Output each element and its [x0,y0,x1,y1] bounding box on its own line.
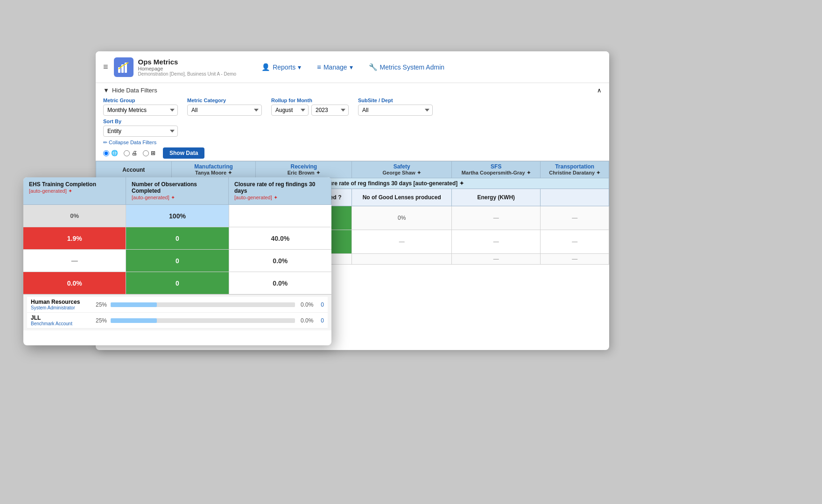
cell-good-lenses: — [452,206,541,230]
popup-cell-cl-3: 0.0% [229,272,331,294]
popup-cell-ehs-2: — [23,250,126,272]
manufacturing-link[interactable]: Manufacturing [194,163,233,170]
subsite-filter: SubSite / Dept All [358,98,433,116]
popup-col-1: 0% 1.9% — 0.0% [23,205,126,294]
th-energy: Energy (KWH) [452,189,541,206]
app-subtitle: Homepage [138,66,237,71]
cell-dash2 [352,254,452,265]
filter-bar: ▼ Hide Data Filters ∧ Metric Group Month… [96,83,609,161]
cell-safety-meeting: — [352,230,452,254]
transportation-link[interactable]: Transportation [555,163,594,170]
receiving-person: Eric Brown ✦ [260,170,348,176]
app-title-block: Ops Metrics Homepage Demonstration [Demo… [138,58,237,77]
header-nav: 👤 Reports ▾ ≡ Manage ▾ 🔧 Metrics System … [255,60,602,74]
collapse-chevron-icon[interactable]: ∧ [597,87,602,94]
jll-entity-label: JLL [31,315,87,321]
rollup-year-select[interactable]: 2023 [311,105,349,116]
sort-by-filter: Sort By Entity [103,119,178,137]
popup-cell-obs-0: 100% [126,205,228,227]
radio-print[interactable]: 🖨 [124,150,137,156]
subsite-select[interactable]: All [358,105,433,116]
app-logo [114,57,133,77]
safety-link[interactable]: Safety [393,163,410,170]
jll-entity-sub: Benchmark Account [31,321,87,326]
jll-progress-bar [111,318,295,323]
metric-group-label: Metric Group [103,98,178,103]
col-manufacturing: Manufacturing Tanya Moore ✦ [171,161,256,178]
popup-entities: Human Resources System Administrator 25%… [23,294,331,330]
popup-body: 0% 1.9% — 0.0% 100% 0 0 0 40.0% 0.0% 0.0… [23,205,331,294]
subsite-label: SubSite / Dept [358,98,433,103]
metric-category-label: Metric Category [187,98,262,103]
hide-filters-label[interactable]: Hide Data Filters [112,87,157,94]
hamburger-icon[interactable]: ≡ [103,62,108,72]
radio-row: 🌐 🖨 ⊞ Show Data [103,147,602,159]
popup-cell-ehs-1: 1.9% [23,227,126,250]
th-extra [541,189,609,206]
popup-col-closure: Closure rate of reg findings 30 days [au… [229,177,331,204]
popup-cell-obs-3: 0 [126,272,228,294]
manage-label: Manage [323,63,347,71]
app-title: Ops Metrics [138,58,237,66]
reports-chevron-icon: ▾ [298,63,301,71]
metric-group-select[interactable]: Monthly Metrics [103,105,178,116]
popup-cell-cl-0 [229,205,331,227]
collapse-link[interactable]: ✏ Collapse Data Filters [103,140,602,146]
hr-progress-bar [111,302,295,307]
rollup-label: Rollup for Month [271,98,349,103]
popup-col-observations: Number of Observations Completed [auto-g… [126,177,229,204]
transportation-person: Christine Daratany ✦ [544,170,605,176]
col-account: Account [96,161,172,178]
popup-cell-ehs-0: 0% [23,205,126,227]
filter-icon: ▼ [103,87,109,94]
hr-pct: 25% [91,301,107,308]
hr-entity-sub: System Administrator [31,305,87,310]
wrench-icon: 🔧 [369,63,378,71]
popup-col-2: 100% 0 0 0 [126,205,229,294]
radio-web[interactable]: 🌐 [103,150,118,156]
hr-progress-fill [111,302,157,307]
show-data-button[interactable]: Show Data [163,147,204,159]
manage-chevron-icon: ▾ [350,63,353,71]
hr-entity-label: Human Resources [31,299,87,305]
upload-icon: 👤 [261,63,270,71]
hr-count: 0 [321,301,324,308]
popup-col-ehs: EHS Training Completion [auto-generated]… [23,177,126,204]
radio-export[interactable]: ⊞ [143,150,155,156]
popup-window: EHS Training Completion [auto-generated]… [23,177,331,345]
app-demo: Demonstration [Demo], Business Unit A - … [138,71,237,77]
popup-cell-cl-1: 40.0% [229,227,331,250]
reports-label: Reports [273,63,295,71]
cell-safety-meeting: 0% [352,206,452,230]
metric-category-filter: Metric Category All [187,98,262,116]
receiving-link[interactable]: Receiving [290,163,317,170]
reports-button[interactable]: 👤 Reports ▾ [255,60,308,74]
metric-group-filter: Metric Group Monthly Metrics [103,98,178,116]
metric-category-select[interactable]: All [187,105,262,116]
col-receiving: Receiving Eric Brown ✦ [256,161,352,178]
col-safety: Safety George Shaw ✦ [352,161,452,178]
cell-energy: — [541,230,609,254]
sort-by-label: Sort By [103,119,178,124]
admin-button[interactable]: 🔧 Metrics System Admin [362,60,451,74]
jll-pct: 25% [91,317,107,324]
sfs-person: Martha Coopersmith-Gray ✦ [456,170,536,176]
filter-title: ▼ Hide Data Filters [103,87,157,94]
jll-progress-fill [111,318,157,323]
filter-header: ▼ Hide Data Filters ∧ [103,87,602,94]
col-header-row: Account Manufacturing Tanya Moore ✦ Rece… [96,161,609,178]
th-good-lenses: No of Good Lenses produced [352,189,452,206]
popup-cell-cl-2: 0.0% [229,250,331,272]
sort-by-select[interactable]: Entity [103,126,178,137]
jll-value: 0.0% [301,317,313,324]
manufacturing-person: Tanya Moore ✦ [176,170,252,176]
sfs-link[interactable]: SFS [491,163,501,170]
popup-entity-jll: JLL Benchmark Account 25% 0.0% 0 [27,313,328,329]
admin-label: Metrics System Admin [380,63,444,71]
rollup-filter: Rollup for Month August 2023 [271,98,349,116]
manage-icon: ≡ [317,63,321,71]
rollup-month-select[interactable]: August [271,105,309,116]
cell-good-lenses: — [452,230,541,254]
manage-button[interactable]: ≡ Manage ▾ [310,60,359,74]
app-header: ≡ Ops Metrics Homepage Demonstration [De… [96,51,609,83]
